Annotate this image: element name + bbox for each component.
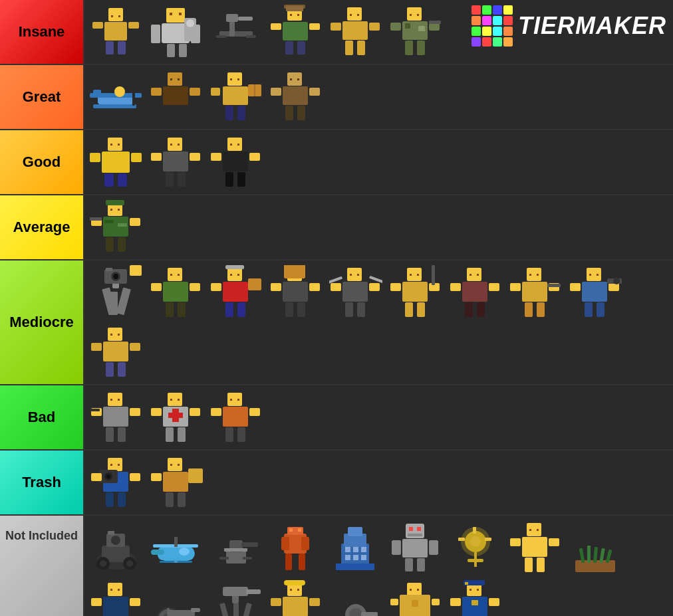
svg-rect-379	[471, 600, 478, 605]
svg-rect-304	[429, 540, 438, 555]
svg-rect-222	[178, 399, 180, 401]
list-item	[207, 518, 265, 577]
svg-rect-351	[297, 589, 299, 591]
svg-rect-102	[227, 138, 242, 151]
svg-rect-39	[369, 23, 380, 31]
svg-rect-234	[211, 408, 221, 416]
svg-point-262	[126, 560, 133, 567]
svg-point-202	[613, 278, 620, 284]
tier-label-average: Average	[0, 195, 83, 259]
svg-rect-246	[130, 473, 140, 481]
svg-rect-297	[336, 564, 374, 570]
svg-rect-0	[108, 8, 123, 21]
svg-rect-86	[110, 144, 112, 146]
svg-rect-276	[241, 542, 258, 547]
svg-rect-380	[450, 598, 461, 606]
svg-rect-311	[468, 559, 483, 562]
tier-content-average	[83, 195, 673, 259]
svg-rect-4	[92, 22, 103, 29]
svg-rect-364	[407, 583, 422, 596]
svg-rect-100	[166, 172, 174, 187]
svg-rect-366	[417, 589, 419, 591]
svg-rect-301	[408, 534, 422, 536]
svg-rect-177	[470, 274, 471, 276]
svg-rect-207	[91, 343, 102, 351]
svg-rect-216	[130, 408, 140, 416]
svg-rect-32	[285, 41, 293, 54]
svg-rect-181	[489, 283, 499, 291]
svg-rect-187	[522, 282, 547, 302]
list-item	[267, 578, 325, 616]
tier-row-insane: Insane	[0, 0, 673, 65]
svg-rect-239	[110, 464, 112, 466]
svg-rect-227	[190, 408, 200, 416]
svg-rect-316	[529, 529, 531, 531]
svg-rect-142	[223, 282, 248, 302]
svg-rect-124	[116, 287, 131, 315]
svg-rect-58	[93, 90, 101, 95]
svg-rect-225	[168, 413, 183, 418]
svg-rect-245	[91, 473, 102, 481]
svg-rect-120	[118, 237, 126, 252]
list-item	[386, 263, 445, 322]
svg-rect-107	[249, 153, 260, 161]
svg-rect-292	[353, 547, 358, 552]
svg-point-261	[100, 560, 106, 567]
svg-rect-232	[237, 399, 239, 401]
svg-rect-166	[357, 302, 365, 317]
svg-rect-78	[290, 78, 292, 80]
tier-row-trash: Trash	[0, 451, 673, 516]
svg-rect-378	[462, 597, 487, 616]
svg-rect-38	[331, 23, 341, 31]
svg-rect-135	[151, 283, 162, 291]
svg-rect-28	[286, 6, 303, 11]
svg-rect-83	[285, 106, 293, 120]
tiermaker-logo-grid	[471, 5, 513, 47]
svg-rect-71	[223, 86, 248, 105]
svg-rect-365	[410, 589, 412, 591]
svg-rect-164	[369, 276, 382, 284]
svg-rect-159	[357, 274, 359, 276]
svg-rect-350	[290, 589, 292, 591]
svg-rect-296	[361, 555, 366, 560]
svg-rect-22	[216, 35, 226, 38]
list-item	[566, 263, 624, 322]
list-item	[207, 68, 265, 126]
svg-rect-37	[342, 21, 368, 40]
svg-rect-228	[166, 427, 174, 442]
svg-rect-353	[284, 580, 305, 585]
tier-label-insane: Insane	[0, 0, 83, 64]
svg-rect-331	[118, 589, 120, 591]
svg-rect-143	[225, 265, 244, 269]
svg-rect-268	[151, 550, 164, 555]
svg-rect-273	[178, 561, 192, 563]
svg-rect-111	[110, 209, 112, 211]
svg-rect-361	[361, 612, 378, 616]
svg-rect-381	[489, 598, 499, 606]
list-item	[147, 388, 205, 447]
svg-rect-340	[191, 608, 200, 612]
svg-rect-173	[405, 302, 413, 317]
svg-rect-15	[179, 44, 187, 57]
svg-rect-76	[237, 106, 245, 120]
svg-rect-217	[106, 427, 114, 442]
svg-rect-46	[405, 23, 410, 29]
svg-rect-247	[106, 492, 114, 507]
svg-rect-85	[108, 138, 122, 151]
list-item	[446, 518, 505, 577]
list-item	[87, 518, 146, 577]
tier-row-average: Average	[0, 195, 673, 260]
svg-rect-93	[168, 138, 182, 151]
tier-label-mediocre: Mediocre	[0, 260, 83, 384]
svg-rect-56	[93, 104, 136, 108]
svg-rect-375	[477, 589, 479, 591]
svg-rect-158	[350, 274, 352, 276]
svg-rect-67	[178, 106, 186, 120]
svg-rect-141	[237, 274, 239, 276]
svg-rect-229	[178, 427, 186, 442]
svg-rect-84	[297, 106, 305, 120]
svg-rect-119	[106, 237, 114, 252]
svg-rect-36	[357, 14, 359, 16]
svg-rect-198	[608, 283, 619, 291]
svg-rect-182	[465, 302, 473, 317]
